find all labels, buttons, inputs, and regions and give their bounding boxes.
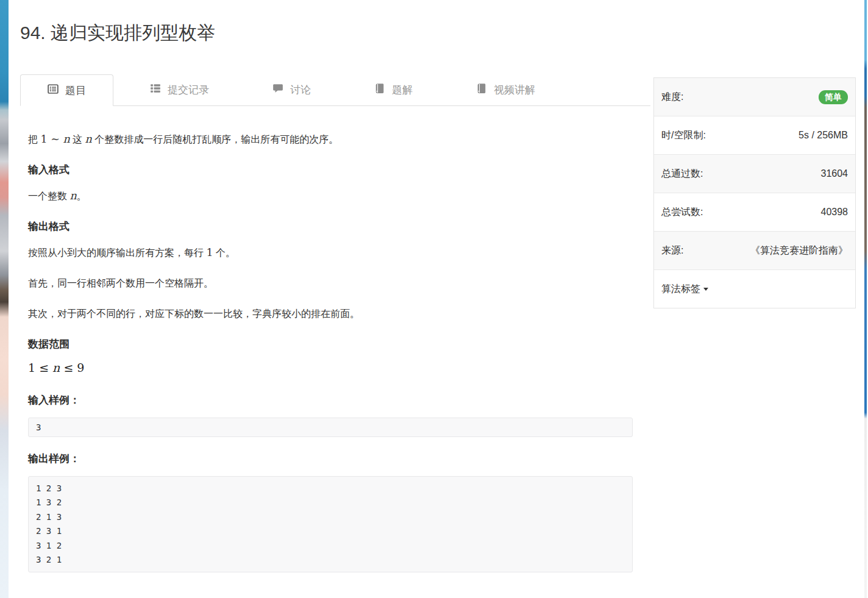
tab-submissions[interactable]: 提交记录: [123, 74, 236, 105]
tab-label: 题解: [392, 83, 413, 97]
meta-row-difficulty: 难度: 简单: [654, 78, 855, 116]
output-format-p2: 首先，同一行相邻两个数用一个空格隔开。: [28, 277, 650, 290]
output-format-heading: 输出格式: [28, 220, 650, 233]
input-format-text: 一个整数 n。: [28, 189, 650, 203]
problem-meta-table: 难度: 简单 时/空限制: 5s / 256MB 总通过数: 31604 总尝试…: [653, 77, 856, 308]
comment-icon: [272, 83, 283, 97]
output-format-p1: 按照从小到大的顺序输出所有方案，每行 1 个。: [28, 246, 650, 260]
meta-value: 5s / 256MB: [799, 130, 848, 141]
meta-value: 40398: [821, 207, 848, 218]
tab-problem[interactable]: 题目: [20, 74, 113, 106]
tab-bar: 题目 提交记录 讨论: [20, 74, 650, 106]
sample-input-heading: 输入样例：: [28, 394, 650, 407]
tab-label: 提交记录: [168, 83, 209, 97]
meta-row-attempts: 总尝试数: 40398: [654, 193, 855, 231]
meta-label: 时/空限制:: [661, 129, 706, 142]
tab-label: 讨论: [290, 83, 311, 97]
algorithm-tags-dropdown[interactable]: 算法标签: [661, 283, 708, 296]
book-icon: [374, 83, 385, 97]
output-format-p3: 其次，对于两个不同的行，对应下标的数一一比较，字典序较小的排在前面。: [28, 307, 650, 321]
page-title: 94. 递归实现排列型枚举: [20, 21, 864, 45]
meta-row-limits: 时/空限制: 5s / 256MB: [654, 116, 855, 154]
meta-label: 算法标签: [661, 283, 700, 296]
content-layout: 题目 提交记录 讨论: [9, 45, 864, 572]
list-icon: [150, 83, 161, 97]
range-formula: 1 ≤ n ≤ 9: [28, 360, 650, 376]
sample-output-block: 1 2 3 1 3 2 2 1 3 2 3 1 3 1 2 3 2 1: [28, 476, 633, 572]
problem-body: 把 1 ∼ n 这 n 个整数排成一行后随机打乱顺序，输出所有可能的次序。 输入…: [20, 106, 650, 572]
main-column: 题目 提交记录 讨论: [20, 45, 650, 572]
chevron-down-icon: [703, 288, 708, 293]
problem-page: 94. 递归实现排列型枚举 题目: [9, 0, 864, 598]
background-art-left: [0, 0, 9, 598]
meta-value: 31604: [821, 168, 848, 179]
page-header: 94. 递归实现排列型枚举: [9, 0, 864, 45]
meta-row-accepted: 总通过数: 31604: [654, 154, 855, 193]
sidebar: 难度: 简单 时/空限制: 5s / 256MB 总通过数: 31604 总尝试…: [653, 77, 856, 308]
tab-discussion[interactable]: 讨论: [246, 74, 338, 105]
input-format-heading: 输入格式: [28, 163, 650, 177]
book-icon: [476, 83, 487, 97]
tab-video[interactable]: 视频讲解: [449, 74, 562, 105]
sample-input-block: 3: [28, 418, 633, 437]
meta-label: 难度:: [661, 91, 683, 104]
meta-label: 总尝试数:: [661, 206, 703, 219]
background-art-right: [864, 0, 867, 598]
difficulty-badge: 简单: [819, 90, 848, 104]
sample-output-heading: 输出样例：: [28, 452, 650, 466]
problem-statement: 把 1 ∼ n 这 n 个整数排成一行后随机打乱顺序，输出所有可能的次序。: [28, 132, 650, 146]
list-alt-icon: [48, 84, 59, 98]
meta-row-tags: 算法标签: [654, 269, 855, 308]
meta-label: 总通过数:: [661, 168, 703, 180]
meta-value: 《算法竞赛进阶指南》: [750, 244, 848, 257]
tab-label: 题目: [65, 84, 86, 98]
tab-solutions[interactable]: 题解: [347, 74, 439, 105]
meta-row-source: 来源: 《算法竞赛进阶指南》: [654, 231, 855, 269]
tab-label: 视频讲解: [494, 83, 535, 97]
meta-label: 来源:: [661, 244, 683, 257]
range-heading: 数据范围: [28, 338, 650, 351]
